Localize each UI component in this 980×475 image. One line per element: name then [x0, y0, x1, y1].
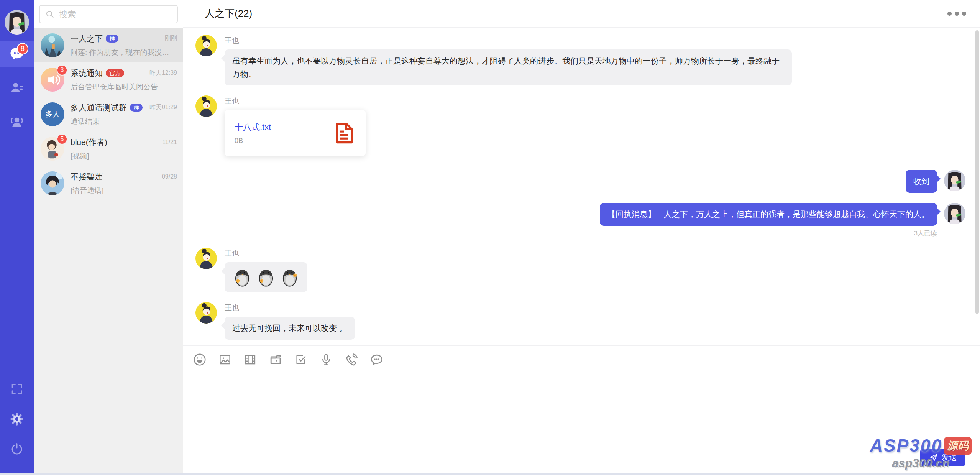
read-receipt: 3人已读: [914, 229, 937, 238]
call-button[interactable]: [343, 351, 360, 368]
conversation-name: blue(作者): [71, 137, 107, 148]
conversation-time: 11/21: [162, 139, 177, 146]
sender-name: 王也: [225, 96, 366, 106]
message-input[interactable]: [191, 373, 972, 444]
more-chat-button[interactable]: [368, 351, 386, 368]
send-label: 发送: [942, 452, 957, 463]
conversation-item-yirenzhixia[interactable]: 一人之下 群 刚刚 阿莲: 作为朋友，现在的我没法...: [34, 28, 183, 62]
sender-avatar-wangye[interactable]: [195, 302, 217, 324]
sender-name: 王也: [225, 248, 307, 258]
chat-area: 一人之下(22) 王也 虽有幸生而为人，: [183, 0, 980, 475]
penguin-sticker: [256, 267, 276, 287]
official-badge: 官方: [106, 69, 124, 77]
composer-toolbar: [183, 346, 980, 368]
video-icon: [243, 352, 258, 367]
sender-avatar-wangye[interactable]: [195, 248, 217, 269]
conversation-time: 09/28: [162, 173, 177, 180]
conversation-info: 多人通话测试群 群 昨天01:29 通话结束: [71, 102, 177, 127]
gear-icon: [9, 411, 25, 427]
phone-call-icon: [344, 352, 359, 367]
penguin-sticker: [232, 267, 252, 287]
emoji-button[interactable]: [191, 351, 208, 368]
sender-name: 王也: [225, 303, 355, 313]
message-bubble: 【回执消息】一人之下，万人之上，但真正的强者，是那些能够超越自我、心怀天下的人。: [600, 203, 937, 226]
unread-total-badge: 8: [17, 43, 28, 54]
conversation-item-buyaobilian[interactable]: 不摇碧莲 09/28 [语音通话]: [34, 166, 183, 201]
left-rail: 8: [0, 0, 34, 475]
chat-app-window: 8: [0, 0, 980, 475]
message-row-outgoing: 收到: [195, 170, 965, 193]
power-button[interactable]: [9, 441, 25, 457]
conversation-item-system-notice[interactable]: 3 系统通知 官方 昨天12:39 后台管理仓库临时关闭公告: [34, 62, 183, 97]
settings-button[interactable]: [9, 411, 25, 427]
image-icon: [218, 352, 232, 367]
conversation-preview: 后台管理仓库临时关闭公告: [71, 82, 174, 92]
chat-scrollbar[interactable]: [975, 30, 979, 314]
conversation-time: 昨天12:39: [149, 69, 177, 77]
message-row: 王也 过去无可挽回，未来可以改变 。: [195, 302, 965, 340]
screenshot-check-icon: [294, 352, 308, 367]
search-area: [34, 0, 183, 28]
chat-menu-button[interactable]: [945, 9, 969, 18]
sidebar-item-chats[interactable]: 8: [0, 41, 34, 67]
message-bubble: 虽有幸生而为人，也不要以万物灵长自居，正是这种妄自尊大的想法，才阻碍了人类的进步…: [225, 49, 792, 85]
file-name: 十八式.txt: [235, 122, 332, 133]
penguin-sticker: [280, 267, 300, 287]
rail-navigation: 8: [0, 41, 34, 135]
conversation-time: 昨天01:29: [149, 104, 177, 112]
fullscreen-button[interactable]: [9, 381, 25, 397]
conversation-info: blue(作者) 11/21 [视频]: [71, 137, 177, 161]
file-document-icon: [332, 121, 356, 145]
screenshot-button[interactable]: [292, 351, 310, 368]
conversation-name: 不摇碧莲: [71, 171, 103, 182]
file-meta: 十八式.txt 0B: [235, 122, 332, 145]
video-button[interactable]: [241, 351, 259, 368]
emoji-icon: [192, 352, 207, 367]
conversation-info: 不摇碧莲 09/28 [语音通话]: [71, 171, 177, 196]
conversation-preview: [视频]: [71, 151, 174, 161]
message-list: 王也 虽有幸生而为人，也不要以万物灵长自居，正是这种妄自尊大的想法，才阻碍了人类…: [183, 28, 980, 345]
message-row: 王也 虽有幸生而为人，也不要以万物灵长自居，正是这种妄自尊大的想法，才阻碍了人类…: [195, 35, 965, 85]
conversation-item-multicall-group[interactable]: 多人 多人通话测试群 群 昨天01:29 通话结束: [34, 97, 183, 131]
group-icon: [9, 114, 25, 130]
conversation-name: 一人之下: [71, 33, 103, 44]
self-avatar[interactable]: [944, 170, 965, 191]
voice-button[interactable]: [317, 351, 335, 368]
conversation-avatar: 5: [41, 137, 64, 161]
search-box: [39, 5, 178, 23]
sidebar-item-contacts[interactable]: [0, 75, 34, 101]
self-avatar[interactable]: [944, 203, 965, 224]
power-icon: [10, 442, 24, 456]
search-input[interactable]: [58, 6, 171, 23]
message-row: 王也: [195, 248, 965, 292]
chat-more-icon: [369, 352, 384, 367]
microphone-icon: [319, 352, 333, 367]
message-row-outgoing: 【回执消息】一人之下，万人之上，但真正的强者，是那些能够超越自我、心怀天下的人。…: [195, 203, 965, 238]
folder-icon: [268, 352, 283, 367]
avatar-text: 多人: [41, 102, 64, 126]
group-badge: 群: [130, 104, 143, 112]
my-profile-avatar[interactable]: [5, 10, 29, 35]
sender-avatar-wangye[interactable]: [195, 95, 217, 117]
conversation-name: 系统通知: [71, 68, 103, 79]
send-button[interactable]: 发送: [920, 449, 965, 466]
conversation-avatar: [41, 171, 64, 195]
sidebar-item-groups[interactable]: [0, 109, 34, 135]
conversation-preview: 通话结束: [71, 117, 174, 127]
conversation-avatar: 3: [41, 68, 64, 92]
conversation-item-blue-author[interactable]: 5 blue(作者) 11/21 [视频]: [34, 131, 183, 166]
conversation-preview: [语音通话]: [71, 186, 174, 196]
unread-badge: 3: [57, 65, 67, 76]
sender-avatar-wangye[interactable]: [195, 35, 217, 56]
paper-plane-icon: [929, 453, 938, 462]
conversation-info: 一人之下 群 刚刚 阿莲: 作为朋友，现在的我没法...: [71, 33, 177, 58]
message-bubble: 过去无可挽回，未来可以改变 。: [225, 317, 355, 340]
folder-button[interactable]: [267, 351, 284, 368]
self-avatar-image: [5, 10, 29, 35]
rail-bottom-actions: [0, 381, 34, 457]
file-message-card[interactable]: 十八式.txt 0B: [225, 110, 366, 156]
message-row: 王也 十八式.txt 0B: [195, 95, 965, 156]
conversation-name: 多人通话测试群: [71, 102, 127, 113]
image-button[interactable]: [216, 351, 234, 368]
fullscreen-icon: [10, 382, 24, 396]
